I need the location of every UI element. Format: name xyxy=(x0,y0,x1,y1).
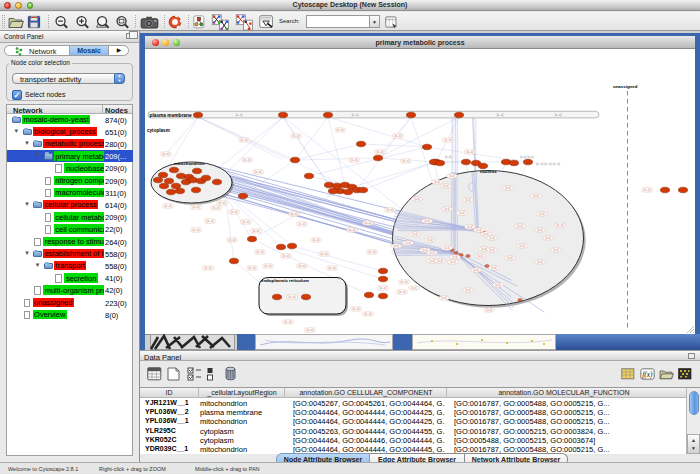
svg-text:(x-x): (x-x) xyxy=(465,198,471,202)
svg-text:(x--x): (x--x) xyxy=(365,221,372,225)
svg-text:(x--x): (x--x) xyxy=(244,158,251,162)
svg-text:cytoplasm: cytoplasm xyxy=(147,128,170,133)
svg-text:(x--x): (x--x) xyxy=(231,210,238,214)
svg-text:(x-x): (x-x) xyxy=(441,296,447,300)
svg-text:(x--x): (x--x) xyxy=(285,320,292,324)
svg-text:(x--x): (x--x) xyxy=(163,152,170,156)
svg-text:(x--x): (x--x) xyxy=(445,138,452,142)
svg-text:(x-x): (x-x) xyxy=(537,260,543,264)
svg-text:(x--x): (x--x) xyxy=(165,204,172,208)
svg-text:(x-x): (x-x) xyxy=(517,224,523,228)
svg-text:(x-x): (x-x) xyxy=(505,186,511,190)
svg-text:(x-x): (x-x) xyxy=(486,308,492,312)
svg-text:(x--x): (x--x) xyxy=(403,159,410,163)
svg-text:(x--x): (x--x) xyxy=(395,134,402,138)
svg-text:(x--x): (x--x) xyxy=(387,208,394,212)
svg-text:(x-x): (x-x) xyxy=(443,184,449,188)
svg-text:(x-x): (x-x) xyxy=(507,256,513,260)
svg-text:(x-x): (x-x) xyxy=(489,248,495,252)
svg-text:(x--x): (x--x) xyxy=(353,307,360,311)
svg-text:f(x): f(x) xyxy=(642,370,653,379)
svg-text:(x-x): (x-x) xyxy=(459,211,465,215)
svg-text:(x--x): (x--x) xyxy=(369,250,376,254)
svg-text:(x--x): (x--x) xyxy=(467,150,474,154)
svg-text:[x--x]: [x--x] xyxy=(236,113,243,117)
svg-text:(x-x): (x-x) xyxy=(495,283,501,287)
svg-text:(x-x): (x-x) xyxy=(393,244,399,248)
svg-text:nucleus: nucleus xyxy=(480,169,497,174)
svg-text:(x--x): (x--x) xyxy=(283,254,290,258)
svg-text:(x--x): (x--x) xyxy=(243,220,250,224)
svg-text:(x--x): (x--x) xyxy=(299,222,306,226)
svg-text:(x--x): (x--x) xyxy=(219,201,226,205)
svg-text:(x--x): (x--x) xyxy=(299,264,306,268)
svg-text:(x-x): (x-x) xyxy=(489,236,495,240)
svg-text:(x--x): (x--x) xyxy=(213,206,220,210)
svg-text:(x-x): (x-x) xyxy=(437,259,443,263)
svg-text:(x--x): (x--x) xyxy=(337,128,344,132)
svg-text:(x-x): (x-x) xyxy=(429,251,435,255)
svg-text:(x-x): (x-x) xyxy=(545,236,551,240)
svg-text:(x--x): (x--x) xyxy=(241,138,248,142)
svg-text:(x--x): (x--x) xyxy=(255,170,262,174)
svg-text:(x--x): (x--x) xyxy=(253,229,260,233)
svg-text:(x--x): (x--x) xyxy=(321,252,328,256)
svg-text:(x--x): (x--x) xyxy=(229,238,236,242)
svg-text:(x--x): (x--x) xyxy=(380,286,387,290)
svg-text:mitochondrion: mitochondrion xyxy=(174,161,205,166)
svg-text:(x-x): (x-x) xyxy=(427,238,433,242)
svg-text:(x-x): (x-x) xyxy=(405,241,411,245)
svg-text:(x--x): (x--x) xyxy=(265,264,272,268)
svg-text:(x-x): (x-x) xyxy=(533,194,539,198)
svg-text:(x--x) (x--x) (x--x): (x--x) (x--x) (x--x) xyxy=(536,162,560,166)
svg-text:(x-x): (x-x) xyxy=(429,259,435,263)
svg-text:[x--x]: [x--x] xyxy=(497,113,504,117)
svg-text:(x-x) (x-x): (x-x) (x-x) xyxy=(520,155,534,159)
svg-text:(x-x): (x-x) xyxy=(452,255,458,259)
svg-text:(x-x): (x-x) xyxy=(491,266,497,270)
svg-text:(x-x): (x-x) xyxy=(477,254,483,258)
svg-text:(x--x): (x--x) xyxy=(329,266,336,270)
svg-text:plasma membrane: plasma membrane xyxy=(150,113,192,118)
svg-text:endoplasmic reticulum: endoplasmic reticulum xyxy=(261,278,309,283)
svg-text:(x-x): (x-x) xyxy=(539,212,545,216)
svg-text:(x--x): (x--x) xyxy=(349,228,356,232)
svg-text:(x--x): (x--x) xyxy=(205,266,212,270)
svg-text:(x-x): (x-x) xyxy=(473,268,479,272)
svg-text:(x--x): (x--x) xyxy=(399,290,406,294)
svg-text:unassigned: unassigned xyxy=(613,84,638,89)
svg-text:(x--x): (x--x) xyxy=(401,280,408,284)
svg-text:(x-x): (x-x) xyxy=(519,244,525,248)
svg-text:(x-x): (x-x) xyxy=(537,228,543,232)
svg-text:(x--x): (x--x) xyxy=(193,228,200,232)
svg-text:(x--x): (x--x) xyxy=(249,266,256,270)
svg-text:(x-x): (x-x) xyxy=(424,219,430,223)
svg-text:(x-x): (x-x) xyxy=(411,286,417,290)
svg-text:(x-x): (x-x) xyxy=(414,197,420,201)
svg-text:(x--x): (x--x) xyxy=(377,150,384,154)
svg-text:(x--x): (x--x) xyxy=(291,212,298,216)
svg-text:(x-x): (x-x) xyxy=(476,228,482,232)
svg-text:(x-x): (x-x) xyxy=(434,180,440,184)
svg-text:(x-x): (x-x) xyxy=(465,288,471,292)
svg-text:(x-x): (x-x) xyxy=(444,207,450,211)
svg-text:(x-x): (x-x) xyxy=(450,260,456,264)
svg-text:(x-x): (x-x) xyxy=(467,225,473,229)
svg-text:(x-x): (x-x) xyxy=(412,232,418,236)
svg-text:(x-x): (x-x) xyxy=(553,248,559,252)
svg-text:(x--x): (x--x) xyxy=(193,205,200,209)
svg-text:(x-x): (x-x) xyxy=(445,155,451,159)
svg-text:(x-x): (x-x) xyxy=(449,174,455,178)
svg-text:[x--x]: [x--x] xyxy=(352,113,359,117)
svg-text:(x--x): (x--x) xyxy=(293,134,300,138)
svg-text:(x--x): (x--x) xyxy=(351,158,358,162)
svg-text:(x--x): (x--x) xyxy=(307,328,314,332)
svg-text:(x--x): (x--x) xyxy=(257,250,264,254)
svg-text:(x--x): (x--x) xyxy=(207,219,214,223)
svg-text:(x--x): (x--x) xyxy=(289,295,296,299)
svg-text:(x-x): (x-x) xyxy=(483,232,489,236)
svg-text:(x-x): (x-x) xyxy=(444,246,450,250)
svg-text:(x-x): (x-x) xyxy=(481,247,487,251)
svg-text:(x--x): (x--x) xyxy=(313,238,320,242)
svg-text:(x--x): (x--x) xyxy=(557,223,564,227)
